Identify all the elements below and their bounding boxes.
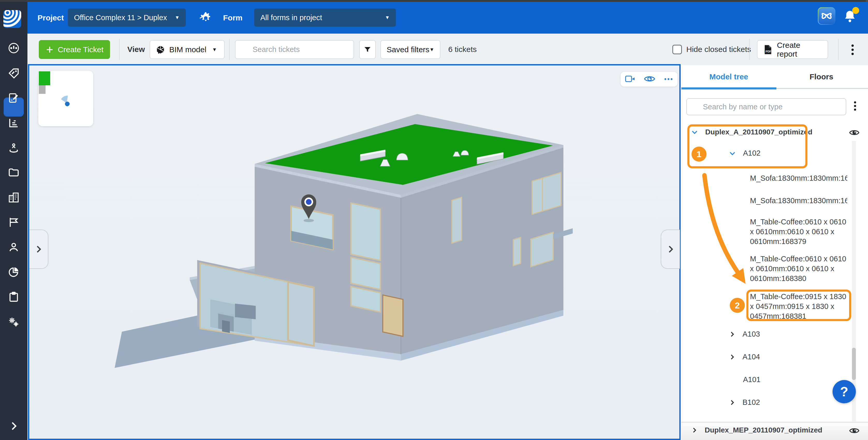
sidebar-item-tickets-tag-icon[interactable]	[8, 67, 20, 79]
svg-text:PDF: PDF	[766, 50, 771, 53]
viewer-more-icon[interactable]	[664, 77, 673, 82]
chevron-down-icon: ▼	[429, 47, 434, 53]
hide-closed-tickets-label: Hide closed tickets	[686, 34, 751, 65]
chevron-down-icon[interactable]	[691, 128, 699, 136]
chevron-right-icon	[665, 244, 676, 255]
active-tab-underline	[681, 88, 776, 90]
help-button[interactable]: ?	[833, 380, 856, 403]
filter-button[interactable]	[359, 40, 376, 59]
window-top-edge	[0, 0, 868, 2]
chevron-down-icon: ▼	[175, 15, 180, 21]
sidebar-item-files-folder-icon[interactable]	[8, 167, 20, 178]
tree-node-table-168380[interactable]: M_Table-Coffee:0610 x 0610 x 0610mm:0610…	[750, 254, 848, 283]
sidebar-item-settings-gears-icon[interactable]	[8, 316, 20, 328]
dalux-logo[interactable]	[3, 10, 21, 28]
bim-model-3d[interactable]	[29, 65, 679, 439]
tab-floors[interactable]: Floors	[775, 65, 868, 88]
minimap-camera-indicator	[59, 94, 77, 109]
tree-node-a101[interactable]: A101	[743, 375, 761, 384]
toolbar-overflow-menu[interactable]	[850, 43, 855, 57]
create-report-button[interactable]: PDF Create report	[757, 40, 828, 59]
search-tickets-input[interactable]	[235, 40, 354, 59]
divider	[749, 39, 750, 60]
ticket-count: 6 tickets	[448, 34, 477, 65]
viewer-controls	[621, 72, 678, 87]
sidebar-item-analytics-pie-icon[interactable]	[8, 266, 20, 278]
form-dropdown[interactable]: All forms in project ▼	[254, 8, 396, 27]
sidebar-expand-chevron-icon[interactable]	[8, 420, 20, 432]
view-mode-value: BIM model	[169, 45, 206, 54]
visibility-eye-icon[interactable]	[644, 75, 655, 84]
chevron-down-icon: ▼	[385, 15, 390, 21]
tree-options-menu[interactable]	[853, 100, 857, 112]
tab-model-tree[interactable]: Model tree	[682, 65, 775, 88]
annotation-badge-1: 1	[691, 146, 707, 162]
project-dropdown-value: Office Complex 11 > Duplex	[74, 13, 167, 22]
bim-cube-icon	[156, 45, 165, 54]
notification-badge	[852, 7, 859, 14]
form-label: Form	[223, 2, 243, 34]
entry-door	[383, 295, 403, 336]
logo-column	[0, 2, 27, 34]
chevron-right-icon[interactable]	[728, 353, 736, 361]
tree-node-a104[interactable]: A104	[728, 352, 760, 361]
saved-filters-dropdown[interactable]: Saved filters ▼	[380, 40, 440, 59]
chevron-right-icon[interactable]	[691, 427, 698, 434]
inactive-tab-underline	[776, 88, 868, 89]
chevron-right-icon	[33, 244, 44, 255]
sidebar-item-buildings[interactable]	[8, 192, 20, 203]
tree-search-input[interactable]	[686, 98, 846, 115]
expand-right-panel-tab[interactable]	[661, 230, 680, 269]
project-settings-gear-icon[interactable]	[199, 12, 212, 26]
view-mode-dropdown[interactable]: BIM model ▼	[150, 40, 225, 59]
funnel-icon	[364, 46, 371, 54]
expand-left-panel-tab[interactable]	[29, 230, 49, 269]
sidebar-item-profile[interactable]	[8, 241, 20, 253]
tree-node-a103[interactable]: A103	[728, 330, 760, 338]
tree-scrollbar-thumb[interactable]	[852, 348, 856, 380]
sidebar-item-statistics[interactable]	[8, 117, 20, 129]
plus-icon	[45, 45, 54, 54]
form-dropdown-value: All forms in project	[260, 13, 322, 22]
tree-node-a102[interactable]: A102	[728, 149, 761, 158]
sidebar-item-dashboard[interactable]	[8, 42, 20, 54]
app-root: Project Office Complex 11 > Duplex ▼ For…	[0, 0, 868, 440]
divider	[119, 39, 120, 60]
tree-node-sofa-2[interactable]: M_Sofa:1830mm:1830mm:168	[750, 197, 847, 205]
sidebar-item-clipboard[interactable]	[8, 291, 20, 303]
divider	[838, 39, 838, 60]
tree-node-sofa-1[interactable]: M_Sofa:1830mm:1830mm:168	[750, 174, 847, 182]
create-ticket-button[interactable]: Create Ticket	[39, 40, 110, 59]
chevron-right-icon[interactable]	[728, 399, 736, 406]
chevron-right-icon[interactable]	[728, 331, 736, 338]
tree-node-duplex-mep-row[interactable]: Duplex_MEP_20110907_optimized	[681, 422, 868, 440]
chevron-down-icon[interactable]	[728, 149, 736, 157]
visibility-eye-icon[interactable]	[849, 129, 860, 138]
twinbim-app-button[interactable]	[818, 7, 835, 25]
view-label: View	[127, 34, 145, 65]
tree-node-b102[interactable]: B102	[728, 398, 760, 407]
chevron-down-icon: ▼	[212, 47, 217, 53]
project-label: Project	[37, 2, 64, 34]
sidebar-item-forms[interactable]	[8, 92, 20, 104]
model-tree-panel: Model tree Floors Duplex_A_20110907_opti…	[681, 65, 868, 440]
tree-node-table-168379[interactable]: M_Table-Coffee:0610 x 0610 x 0610mm:0610…	[750, 217, 848, 246]
sidebar	[0, 34, 27, 440]
minimap-patio-footprint	[39, 85, 45, 94]
top-bar: Project Office Complex 11 > Duplex ▼ For…	[27, 2, 868, 34]
minimap[interactable]	[38, 71, 93, 126]
butterfly-logo-icon	[818, 8, 835, 24]
annotation-badge-2: 2	[730, 298, 745, 313]
hide-closed-tickets-checkbox[interactable]	[672, 45, 682, 54]
visibility-eye-icon[interactable]	[849, 427, 860, 436]
project-dropdown[interactable]: Office Complex 11 > Duplex ▼	[68, 8, 186, 27]
sidebar-item-flag[interactable]	[8, 216, 20, 228]
divider	[229, 39, 229, 60]
sidebar-item-locate-person[interactable]	[8, 142, 20, 154]
tree-node-table-168381[interactable]: M_Table-Coffee:0915 x 1830 x 0457mm:0915…	[750, 292, 848, 321]
bim-viewer[interactable]	[28, 64, 681, 440]
tree-node-duplex-a[interactable]: Duplex_A_20110907_optimized	[691, 128, 812, 136]
minimap-building-footprint	[39, 71, 50, 85]
walkthrough-camera-icon[interactable]	[625, 74, 636, 84]
pdf-file-icon: PDF	[764, 45, 772, 55]
